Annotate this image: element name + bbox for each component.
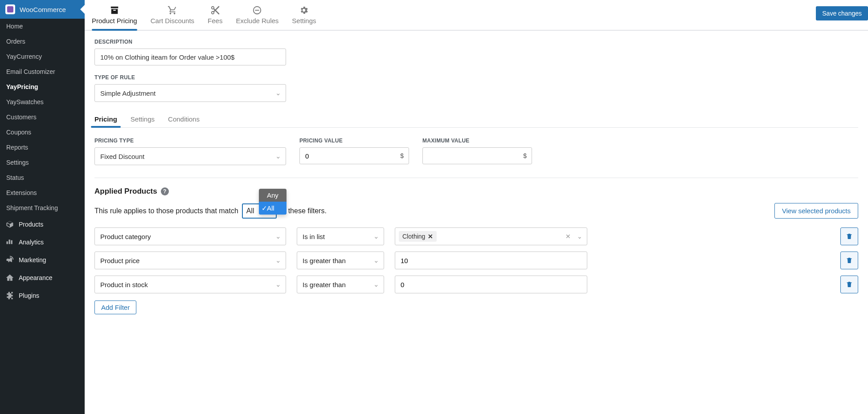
tab-exclude-rules[interactable]: Exclude Rules: [236, 0, 278, 30]
tab-cart-discounts[interactable]: Cart Discounts: [151, 0, 194, 30]
gear-icon: [299, 5, 309, 15]
applied-products-title: Applied Products ?: [94, 187, 858, 196]
filter-field-select[interactable]: Product in stock ⌄: [94, 276, 286, 293]
remove-tag-icon[interactable]: ✕: [428, 233, 433, 240]
sidebar-item-email-customizer[interactable]: Email Customizer: [0, 64, 85, 79]
main-area: Product Pricing Cart Discounts Fees Excl…: [85, 0, 868, 414]
sidebar-item-customers[interactable]: Customers: [0, 110, 85, 125]
innertab-settings[interactable]: Settings: [131, 111, 155, 127]
tab-label: Product Pricing: [92, 17, 137, 24]
filter-row: Product price ⌄ Is greater than ⌄: [94, 252, 858, 269]
filter-value-input[interactable]: [395, 276, 587, 293]
sidebar-item-coupons[interactable]: Coupons: [0, 125, 85, 140]
sidebar-header-label: WooCommerce: [20, 6, 66, 13]
sidebar-item-orders[interactable]: Orders: [0, 34, 85, 49]
filter-value-tag-select[interactable]: Clothing ✕ ✕ ⌄: [395, 227, 587, 245]
sidebar-item-yaypricing[interactable]: YayPricing: [0, 79, 85, 94]
save-button[interactable]: Save changes: [816, 6, 868, 20]
description-input[interactable]: [94, 49, 286, 65]
sidebar-section-plugins[interactable]: Plugins: [0, 287, 85, 304]
delete-filter-button[interactable]: [840, 227, 858, 245]
sidebar-section-label: Analytics: [19, 239, 44, 246]
filter-operator-select[interactable]: Is greater than ⌄: [297, 276, 384, 293]
pricing-type-select[interactable]: Fixed Discount ⌄: [94, 147, 286, 165]
products-icon: [5, 220, 14, 229]
innertab-conditions[interactable]: Conditions: [168, 111, 200, 127]
sidebar-item-home[interactable]: Home: [0, 19, 85, 34]
type-of-rule-label: TYPE OF RULE: [94, 74, 858, 81]
archive-icon: [110, 5, 119, 15]
sidebar-item-yayswatches[interactable]: YaySwatches: [0, 94, 85, 110]
inner-tabs: Pricing Settings Conditions: [94, 111, 858, 128]
sidebar-section-label: Appearance: [19, 274, 53, 281]
tab-label: Settings: [292, 17, 316, 24]
delete-filter-button[interactable]: [840, 276, 858, 293]
trash-icon: [846, 257, 853, 264]
marketing-icon: [5, 256, 14, 264]
tab-settings[interactable]: Settings: [292, 0, 316, 30]
plugins-icon: [5, 291, 14, 300]
type-of-rule-select[interactable]: Simple Adjustment ⌄: [94, 84, 286, 102]
delete-filter-button[interactable]: [840, 252, 858, 269]
filter-field-value: Product price: [100, 257, 139, 264]
filter-operator-value: Is in list: [303, 233, 325, 240]
chevron-down-icon: ⌄: [373, 280, 379, 288]
filter-operator-select[interactable]: Is greater than ⌄: [297, 252, 384, 269]
filter-field-value: Product category: [100, 233, 151, 240]
description-label: DESCRIPTION: [94, 39, 858, 45]
chevron-down-icon: ⌄: [275, 152, 281, 160]
match-option-all[interactable]: ✓ All: [259, 202, 287, 215]
sidebar-item-settings[interactable]: Settings: [0, 155, 85, 170]
sidebar: WooCommerce Home Orders YayCurrency Emai…: [0, 0, 85, 414]
match-selected-value: All: [246, 207, 254, 215]
applies-text-pre: This rule applies to those products that…: [94, 207, 238, 215]
match-option-any[interactable]: Any: [259, 189, 287, 202]
chevron-down-icon: ⌄: [275, 280, 281, 288]
chevron-down-icon: ⌄: [577, 233, 582, 240]
filter-operator-value: Is greater than: [303, 281, 346, 288]
match-option-label: Any: [267, 191, 278, 199]
pricing-type-value: Fixed Discount: [100, 153, 144, 160]
sidebar-item-yaycurrency[interactable]: YayCurrency: [0, 49, 85, 64]
match-dropdown: Any ✓ All: [259, 189, 287, 215]
analytics-icon: [5, 238, 14, 247]
add-filter-button[interactable]: Add Filter: [94, 300, 136, 314]
top-tabs: Product Pricing Cart Discounts Fees Excl…: [85, 0, 868, 31]
filter-operator-value: Is greater than: [303, 257, 346, 264]
trash-icon: [846, 281, 853, 288]
tab-label: Cart Discounts: [151, 17, 194, 24]
sidebar-section-marketing[interactable]: Marketing: [0, 251, 85, 269]
pricing-value-input[interactable]: [299, 147, 409, 164]
sidebar-section-analytics[interactable]: Analytics: [0, 233, 85, 251]
sidebar-item-reports[interactable]: Reports: [0, 140, 85, 155]
tab-label: Fees: [208, 17, 222, 24]
filter-row: Product category ⌄ Is in list ⌄ Clothing…: [94, 227, 858, 245]
help-icon[interactable]: ?: [161, 187, 169, 195]
sidebar-header[interactable]: WooCommerce: [0, 0, 85, 19]
sidebar-item-extensions[interactable]: Extensions: [0, 185, 85, 200]
cart-icon: [168, 5, 177, 15]
sidebar-item-status[interactable]: Status: [0, 170, 85, 185]
currency-symbol: $: [523, 152, 527, 159]
svg-rect-0: [7, 6, 13, 12]
view-selected-products-button[interactable]: View selected products: [774, 203, 858, 219]
filter-operator-select[interactable]: Is in list ⌄: [297, 227, 384, 245]
applied-products-label: Applied Products: [94, 187, 157, 196]
filter-value-input[interactable]: [395, 252, 587, 269]
clear-icon[interactable]: ✕: [565, 233, 571, 240]
sidebar-section-label: Products: [19, 221, 43, 228]
filter-field-select[interactable]: Product price ⌄: [94, 252, 286, 269]
filter-field-select[interactable]: Product category ⌄: [94, 227, 286, 245]
sidebar-section-products[interactable]: Products: [0, 215, 85, 233]
applies-text-post: of these filters.: [280, 207, 327, 215]
maximum-value-input[interactable]: [422, 147, 532, 164]
tab-product-pricing[interactable]: Product Pricing: [92, 0, 137, 30]
sidebar-section-appearance[interactable]: Appearance: [0, 269, 85, 287]
tab-fees[interactable]: Fees: [208, 0, 222, 30]
chevron-down-icon: ⌄: [275, 256, 281, 264]
trash-icon: [846, 233, 853, 240]
sidebar-item-shipment-tracking[interactable]: Shipment Tracking: [0, 200, 85, 215]
innertab-pricing[interactable]: Pricing: [94, 111, 117, 127]
maximum-value-label: MAXIMUM VALUE: [422, 138, 532, 144]
scissors-icon: [210, 5, 220, 15]
